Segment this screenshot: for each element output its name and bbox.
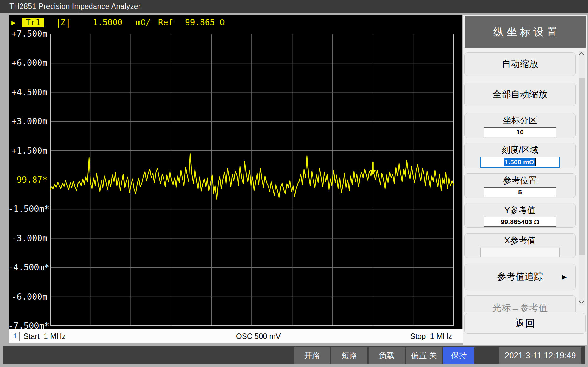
divisions-input[interactable]: 10 — [484, 127, 556, 137]
scrollbar-thumb[interactable] — [579, 78, 585, 255]
y-ref-input[interactable]: 99.865403 Ω — [484, 217, 556, 227]
trace-marker-down-arrow-icon — [50, 34, 376, 175]
clipped-button-region: 光标→参考值 — [464, 295, 576, 312]
y-axis-label: +4.500m — [8, 87, 47, 97]
panel-title: 纵坐标设置 — [465, 16, 586, 48]
x-ref-group: X参考值 — [464, 233, 576, 258]
auto-scale-button[interactable]: 自动缩放 — [464, 52, 576, 76]
y-ref-group: Y参考值 99.865403 Ω — [464, 203, 576, 228]
hold-button[interactable]: 保持 — [443, 347, 474, 364]
channel-indicator: 1 — [11, 332, 20, 341]
sweep-stop-label: Stop 1 MHz — [410, 332, 452, 341]
trace-parameter[interactable]: |Z| — [56, 18, 71, 27]
sweep-info-bar: 1 Start 1 MHz OSC 500 mV Stop 1 MHz — [9, 329, 463, 343]
title-bar: TH2851 Precision Impedance Analyzer — [0, 0, 588, 13]
trace-scale-value: 1.5000 — [93, 18, 122, 27]
load-correction-button[interactable]: 负载 — [369, 347, 405, 364]
scale-per-div-input[interactable]: 1.500 mΩ — [480, 157, 560, 168]
scroll-down-icon[interactable] — [579, 299, 584, 304]
ref-position-label: 参考位置 — [465, 175, 575, 186]
scale-per-div-group: 刻度/区域 1.500 mΩ — [464, 143, 576, 168]
short-correction-button[interactable]: 短路 — [331, 347, 367, 364]
y-axis-label: +7.500m — [8, 29, 47, 39]
panel-scrollbar[interactable] — [579, 51, 585, 305]
app-title: TH2851 Precision Impedance Analyzer — [9, 2, 141, 11]
divisions-label: 坐标分区 — [465, 115, 575, 126]
y-axis-label: -3.000m — [8, 233, 47, 243]
open-correction-button[interactable]: 开路 — [294, 347, 330, 364]
ref-position-input[interactable]: 5 — [484, 187, 556, 197]
trace-status-line: ▶ Tr1 |Z| 1.5000 mΩ/ Ref 99.865 Ω — [9, 17, 463, 28]
scale-per-div-label: 刻度/区域 — [465, 144, 575, 156]
trace-plot — [50, 34, 454, 326]
y-axis-label: +3.000m — [8, 116, 47, 126]
y-axis-label: -1.500m* — [8, 204, 47, 214]
selected-text: 1.500 mΩ — [504, 158, 535, 166]
ref-position-group: 参考位置 5 — [464, 173, 576, 198]
y-axis-labels: +7.500m+6.000m+4.500m+3.000m+1.500m99.87… — [9, 34, 48, 326]
y-ref-label: Y参考值 — [465, 205, 575, 216]
cursor-to-ref-button[interactable]: 光标→参考值 — [464, 295, 576, 312]
instrument-screen: ▶ Tr1 |Z| 1.5000 mΩ/ Ref 99.865 Ω +7.500… — [9, 15, 462, 329]
y-axis-label: +6.000m — [8, 58, 47, 68]
bottom-bar: 开路 短路 负载 偏置 关 保持 2021-3-11 12:19:49 — [3, 346, 585, 364]
trace-name-badge[interactable]: Tr1 — [22, 18, 44, 27]
text-caret — [535, 158, 536, 166]
y-axis-label: -4.500m* — [8, 262, 47, 272]
active-trace-arrow-icon: ▶ — [11, 19, 15, 27]
back-button[interactable]: 返回 — [464, 313, 586, 334]
trace-ref-value: 99.865 Ω — [185, 18, 225, 27]
plot-area — [50, 34, 454, 326]
osc-level-label: OSC 500 mV — [236, 332, 281, 341]
vertical-axis-settings-panel: 纵坐标设置 自动缩放 全部自动缩放 坐标分区 10 刻度/区域 1.500 mΩ… — [463, 15, 587, 345]
y-axis-label: -6.000m — [8, 292, 47, 302]
scroll-up-icon[interactable] — [579, 52, 584, 58]
trace-scale-unit: mΩ/ — [136, 18, 151, 27]
trace-ref-label: Ref — [158, 18, 173, 27]
calibration-buttons: 开路 短路 负载 偏置 关 保持 — [294, 347, 474, 364]
y-axis-label: 99.87* — [8, 175, 47, 185]
bias-off-button[interactable]: 偏置 关 — [406, 347, 442, 364]
datetime-display: 2021-3-11 12:19:49 — [499, 347, 581, 364]
ref-tracking-button[interactable]: 参考值追踪 ► — [464, 264, 576, 290]
x-ref-input[interactable] — [480, 248, 560, 257]
divisions-group: 坐标分区 10 — [464, 113, 576, 138]
sweep-start-label: Start 1 MHz — [23, 332, 65, 341]
auto-scale-all-button[interactable]: 全部自动缩放 — [464, 83, 576, 106]
y-axis-label: +1.500m — [8, 146, 47, 156]
x-ref-label: X参考值 — [465, 235, 575, 246]
submenu-arrow-icon: ► — [560, 272, 568, 282]
